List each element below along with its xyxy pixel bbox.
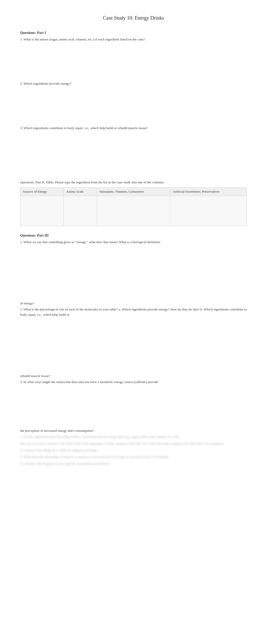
answer-space-part3-3[interactable] [20,386,247,424]
question-part3-3-cont: the perception of increased energy after… [20,429,247,433]
bottom-space [20,468,247,543]
col-header-stimulants: Stimulants, Vitamins, Coenzymes [97,188,170,196]
question-part3-2: 2. What is the physiological role of eac… [20,307,247,317]
page-title: Case Study 10: Energy Drinks [20,15,247,21]
blurred-hint-4: 3. Think about the physiological impacts… [20,454,247,460]
cell-stimulants[interactable] [97,196,170,226]
col-header-sources: Sources of Energy [20,188,64,196]
col-header-artificial: Artificial Sweeteners, Preservatives [170,188,247,196]
part1-header: Questions: Part I [20,31,247,35]
cell-amino[interactable] [64,196,97,226]
col-header-amino: Amino Acids [64,188,97,196]
answer-space-2[interactable] [20,88,247,118]
cell-artificial[interactable] [170,196,247,226]
question-part3-1: 1. When we say that something gives us "… [20,240,247,245]
blurred-hint-3: 2. Compare what things do to different c… [20,448,247,453]
question-1: 1. What is the nature (sugar, amino acid… [20,37,247,42]
answer-space-part3-2[interactable] [20,319,247,369]
blurred-hint-5: 4. Consider what happens to your appetit… [20,461,247,466]
answer-space-3[interactable] [20,132,247,172]
blurred-hint-1: 1. List the ingredients from the product… [20,434,247,440]
answer-space-1[interactable] [20,43,247,74]
question-3: 3. Which ingredients contribute to body … [20,126,247,131]
question-part3-3: 3. In what ways might the one(s) that do… [20,380,247,385]
cell-sources[interactable] [20,196,64,226]
part2-header: Questions: Part II, Table: Please type t… [20,180,247,185]
ingredients-table: Sources of Energy Amino Acids Stimulants… [20,187,247,226]
answer-space-part3-1[interactable] [20,246,247,296]
part3-header: Questions: Part III [20,234,247,238]
question-part3-2-cont: rebuild muscle tissue? [20,374,247,378]
question-part3-1-cont: of energy? [20,301,247,305]
table-row[interactable] [20,196,247,226]
question-2: 2. Which ingredients provide energy? [20,81,247,86]
blurred-hint-2: then use your notes, resources, the char… [20,441,247,446]
